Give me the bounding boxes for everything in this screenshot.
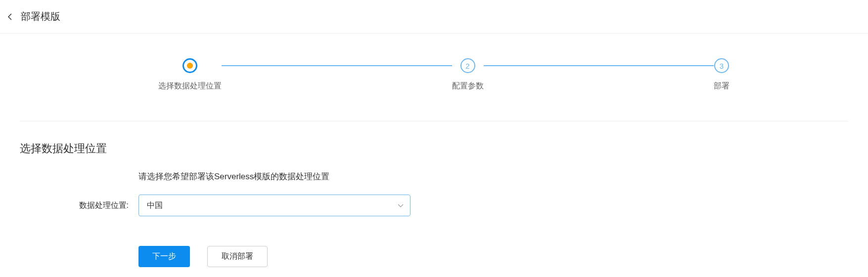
step-1-circle bbox=[183, 58, 197, 73]
divider bbox=[20, 121, 848, 121]
step-3-circle: 3 bbox=[714, 58, 729, 73]
step-1: 选择数据处理位置 bbox=[158, 58, 222, 91]
location-select-wrapper: 中国 bbox=[138, 195, 411, 216]
page-title: 部署模版 bbox=[21, 10, 60, 23]
step-1-label: 选择数据处理位置 bbox=[158, 81, 222, 91]
main-content: 选择数据处理位置 2 配置参数 3 部署 选择数据处理位置 请选择您希望部署该S… bbox=[0, 58, 868, 267]
step-3-label: 部署 bbox=[714, 81, 730, 91]
next-button[interactable]: 下一步 bbox=[138, 246, 190, 267]
step-2: 2 配置参数 bbox=[452, 58, 484, 91]
button-row: 下一步 取消部署 bbox=[138, 246, 848, 267]
stepper: 选择数据处理位置 2 配置参数 3 部署 bbox=[158, 58, 730, 91]
location-select[interactable]: 中国 bbox=[138, 195, 411, 216]
section-desc: 请选择您希望部署该Serverless模版的数据处理位置 bbox=[138, 171, 848, 182]
step-connector bbox=[222, 65, 452, 66]
location-label: 数据处理位置: bbox=[20, 200, 138, 211]
location-value: 中国 bbox=[147, 200, 163, 211]
section-title: 选择数据处理位置 bbox=[20, 141, 848, 156]
step-connector bbox=[484, 65, 714, 66]
location-row: 数据处理位置: 中国 bbox=[20, 195, 848, 216]
page-header: 部署模版 bbox=[0, 0, 868, 34]
step-2-circle: 2 bbox=[460, 58, 475, 73]
step-3: 3 部署 bbox=[714, 58, 730, 91]
cancel-button[interactable]: 取消部署 bbox=[207, 246, 268, 267]
form-section: 选择数据处理位置 请选择您希望部署该Serverless模版的数据处理位置 数据… bbox=[20, 141, 848, 267]
back-icon[interactable] bbox=[5, 12, 15, 22]
step-2-label: 配置参数 bbox=[452, 81, 484, 91]
